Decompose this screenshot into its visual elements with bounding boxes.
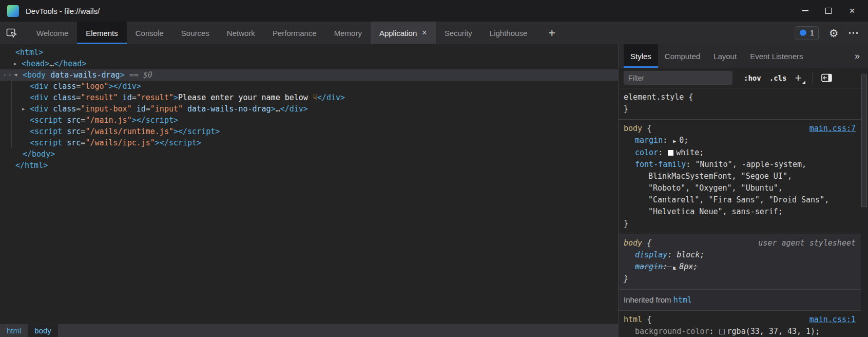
tab-label: Elements [86,29,118,38]
devtools-logo-icon [7,5,19,17]
tag-token: <script [30,138,62,147]
dom-tree-row[interactable]: ▶<head>…</head> [0,58,618,69]
rule-selector-line: body {main.css:7 [624,123,856,135]
window-controls: × [793,0,868,22]
tab-sources[interactable]: Sources [172,22,218,44]
css-declaration[interactable]: color: white; [624,147,856,159]
tag-token: > [120,70,125,80]
close-tab-icon[interactable]: × [422,29,427,37]
sidebar-tabs: StylesComputedLayoutEvent Listeners» [619,44,868,68]
tab-lighthouse[interactable]: Lighthouse [481,22,536,44]
tab-application[interactable]: Application× [371,22,436,44]
shorthand-expand-icon[interactable]: ▶ [673,265,676,270]
css-declaration[interactable]: background-color: rgba(33, 37, 43, 1); [624,326,856,337]
dom-tree-row[interactable]: </html> [0,160,618,171]
inherited-node-link[interactable]: html [673,295,692,305]
styles-scrollbar[interactable] [861,68,868,337]
css-declaration[interactable]: font-family: "Nunito", -apple-system, Bl… [624,159,856,218]
rule-selector[interactable]: html [624,315,642,324]
sidebar-tab-computed[interactable]: Computed [658,44,707,68]
stylesheet-link[interactable]: main.css:1 [809,314,856,326]
styles-toolbar: :hov .cls + [619,68,868,88]
css-declaration[interactable]: display: block; [624,249,856,261]
tag-token: > [173,93,178,102]
dom-tree-row[interactable]: <script src="/main.js"></script> [0,115,618,126]
titlebar: DevTools - file://wails/ × [0,0,868,22]
sidebar-tab-layout[interactable]: Layout [707,44,743,68]
issues-bubble-icon [799,29,807,36]
css-property-name: background-color [635,327,709,336]
maximize-button[interactable] [817,0,840,22]
dom-tree-row[interactable]: ···▼<body data-wails-drag> == $0 [0,69,618,81]
element-classes-button[interactable]: .cls [769,74,787,82]
more-sidebar-tabs-icon[interactable]: » [855,44,868,68]
css-property-name: margin [635,262,663,271]
attr-value-token: "input" [150,104,183,114]
more-tools-button[interactable]: + [548,27,555,39]
tab-label: Security [445,29,472,38]
css-declaration[interactable]: margin: ▶8px; [624,261,856,273]
styles-filter-input[interactable] [624,71,732,85]
tag-token: </head> [54,59,86,68]
tag-token: </body> [23,149,55,159]
ellipsis-token: … [49,59,54,68]
attr-value-token: "/main.js" [85,116,131,125]
rule-selector[interactable]: body [624,238,642,248]
breadcrumb-item-html[interactable]: html [0,324,28,337]
tag-token: <html> [15,48,43,57]
more-options-button[interactable] [849,32,858,34]
issues-badge[interactable]: 1 [795,26,819,40]
breadcrumb-item-body[interactable]: body [28,324,58,337]
tag-token: </script> [137,116,178,125]
attr-value-token: "result" [137,93,173,102]
color-swatch[interactable] [719,329,725,334]
tab-console[interactable]: Console [127,22,172,44]
settings-gear-icon[interactable]: ⚙ [829,28,839,39]
tab-performance[interactable]: Performance [264,22,325,44]
rule-selector-line: html {main.css:1 [624,314,856,326]
new-style-rule-button[interactable]: + [795,72,801,84]
stylesheet-link[interactable]: main.css:7 [809,123,856,135]
tab-network[interactable]: Network [218,22,264,44]
tag-token: > [109,82,113,91]
color-swatch[interactable] [668,150,673,156]
expander-closed-icon[interactable]: ▶ [22,103,25,115]
rule-selector[interactable]: element.style [624,92,684,102]
css-declaration[interactable]: margin: ▶0; [624,135,856,147]
tab-welcome[interactable]: Welcome [28,22,77,44]
rule-selector[interactable]: body [624,124,642,133]
tag-token: > [173,127,178,136]
dom-tree-row[interactable]: <html> [0,47,618,58]
close-icon: × [849,5,855,16]
expander-closed-icon[interactable]: ▶ [14,58,16,69]
expander-open-icon[interactable]: ▼ [15,69,17,81]
scrollbar-thumb[interactable] [861,74,867,207]
tab-security[interactable]: Security [436,22,481,44]
tab-memory[interactable]: Memory [325,22,371,44]
shorthand-expand-icon[interactable]: ▶ [673,138,676,144]
dom-tree-row[interactable]: <div class="logo"></div> [0,81,618,92]
dom-tree-row[interactable]: <script src="/wails/ipc.js"></script> [0,137,618,148]
dom-tree-row[interactable]: </body> [0,148,618,160]
tab-elements[interactable]: Elements [77,22,127,44]
computed-styles-sidebar-toggle[interactable] [821,73,832,82]
sidebar-tab-event-listeners[interactable]: Event Listeners [743,44,809,68]
tag-token: </div> [317,93,345,102]
sidebar-tab-styles[interactable]: Styles [624,44,658,68]
attr-value-token: "input-box" [81,104,131,114]
text-node-token: Please enter your name below [178,93,313,102]
equals-token: = [76,82,81,91]
main-toolbar: WelcomeElementsConsoleSourcesNetworkPerf… [0,22,868,44]
minimize-button[interactable] [793,0,817,22]
tab-label: Lighthouse [490,29,527,38]
equals-token: = [76,93,81,102]
dom-tree-row[interactable]: <div class="result" id="result">Please e… [0,92,618,103]
inspect-element-button[interactable] [0,22,24,44]
attr-name-token: class [48,93,76,102]
css-property-name: color [635,148,658,157]
tab-label: Welcome [36,29,68,38]
toggle-element-state-button[interactable]: :hov [744,74,761,82]
dom-tree-row[interactable]: ▶<div class="input-box" id="input" data-… [0,103,618,115]
dom-tree-row[interactable]: <script src="/wails/runtime.js"></script… [0,126,618,137]
close-button[interactable]: × [840,0,864,22]
